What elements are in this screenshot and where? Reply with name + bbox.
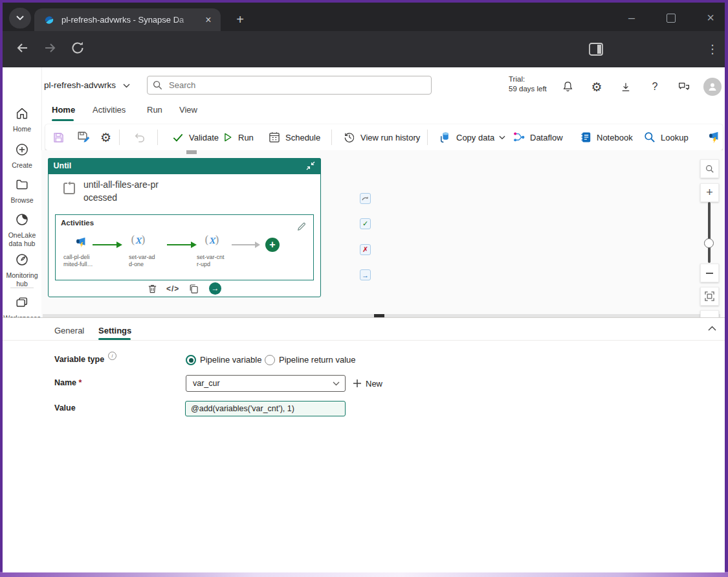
back-button[interactable]	[15, 40, 30, 56]
sidebar-item-home[interactable]: Home	[3, 106, 41, 133]
sidebar-item-create[interactable]: Create	[3, 142, 41, 170]
radio-pipeline-variable-label[interactable]: Pipeline variable	[200, 355, 261, 365]
tab-view[interactable]: View	[179, 105, 197, 115]
copy-data-button[interactable]: Copy data	[438, 124, 505, 150]
activity-node-set-var-cntr[interactable]: (x)	[204, 233, 219, 246]
ribbon-toolbar: ⚙ Validate Run	[45, 124, 723, 150]
fit-to-screen-button[interactable]	[700, 287, 719, 306]
pipeline-canvas[interactable]: Until until-all-files-are-pr ocessed Act…	[41, 150, 723, 317]
avatar[interactable]	[703, 78, 722, 96]
zoom-out-button[interactable]	[700, 264, 719, 282]
dataflow-button[interactable]: Dataflow	[513, 124, 563, 150]
add-activity-button[interactable]: +	[265, 238, 280, 252]
code-view-icon[interactable]: </>	[166, 284, 179, 293]
title-chevron-down-icon[interactable]	[123, 84, 130, 88]
new-variable-button[interactable]: New	[353, 375, 382, 392]
feedback-icon	[678, 81, 690, 93]
new-label: New	[366, 379, 382, 389]
tab-run[interactable]: Run	[147, 105, 162, 115]
value-label: Value	[54, 403, 76, 413]
run-button[interactable]: Run	[222, 124, 254, 150]
browser-menu-button[interactable]: ⋮	[705, 38, 720, 61]
chevron-down-icon	[16, 16, 24, 21]
radio-pipeline-variable[interactable]	[186, 355, 196, 365]
port-on-skip[interactable]	[360, 193, 371, 204]
port-on-complete[interactable]: →	[360, 269, 371, 280]
undo-button[interactable]	[133, 124, 146, 150]
side-panel-icon[interactable]	[588, 42, 604, 56]
workspaces-icon	[15, 295, 29, 310]
connector-arrow	[93, 244, 121, 245]
downloads-button[interactable]	[618, 79, 634, 95]
reload-button[interactable]	[70, 40, 85, 56]
invoke-pipeline-button[interactable]	[707, 124, 721, 150]
port-on-fail[interactable]: ✗	[360, 244, 371, 255]
search-input[interactable]	[168, 80, 426, 91]
panel-tabs-divider	[3, 340, 725, 341]
clone-icon[interactable]	[188, 283, 199, 295]
notifications-button[interactable]	[560, 79, 575, 95]
onelake-icon	[15, 212, 29, 227]
help-button[interactable]: ?	[647, 79, 663, 95]
zoom-slider-knob[interactable]	[704, 238, 714, 248]
schedule-button[interactable]: Schedule	[268, 124, 320, 150]
radio-pipeline-return-value[interactable]	[265, 355, 275, 365]
activity-node-set-var-add[interactable]: (x)	[131, 233, 146, 246]
save-as-icon	[76, 130, 91, 144]
chevron-down-icon	[333, 381, 340, 386]
until-header[interactable]: Until	[48, 158, 321, 174]
global-search[interactable]	[147, 76, 432, 95]
undo-icon	[133, 131, 146, 144]
sidebar-item-monitoring-hub[interactable]: Monitoring hub	[3, 253, 41, 288]
new-tab-button[interactable]: +	[230, 10, 250, 29]
plus-circle-icon	[15, 142, 29, 157]
tab-close-icon[interactable]: ×	[203, 14, 214, 26]
delete-icon[interactable]	[147, 283, 158, 295]
required-asterisk: *	[79, 378, 82, 387]
sidebar-item-browse[interactable]: Browse	[3, 177, 41, 205]
window-maximize-button[interactable]	[667, 14, 676, 23]
until-activities-container[interactable]: Activities call-pl-deli mited-full…	[55, 214, 314, 280]
feedback-button[interactable]	[676, 79, 692, 95]
window-minimize-button[interactable]: –	[623, 9, 641, 27]
sidebar-item-onelake-data-hub[interactable]: OneLake data hub	[3, 212, 41, 248]
canvas-search-button[interactable]	[700, 159, 719, 178]
edit-pencil-icon[interactable]	[296, 221, 307, 232]
monitoring-icon	[15, 253, 29, 267]
window-close-button[interactable]: ×	[701, 8, 720, 27]
lookup-button[interactable]: Lookup	[643, 124, 689, 150]
pipeline-settings-button[interactable]: ⚙	[100, 124, 111, 150]
tab-search-button[interactable]	[9, 8, 31, 28]
panel-collapse-chevron-up-icon[interactable]	[708, 326, 716, 331]
save-button[interactable]	[52, 124, 65, 150]
radio-pipeline-return-value-label[interactable]: Pipeline return value	[279, 355, 356, 365]
browser-window: pl-refresh-advwrks - Synapse Da × + – × …	[3, 3, 725, 572]
name-dropdown[interactable]: var_cur	[186, 375, 346, 392]
person-icon	[707, 82, 718, 92]
validate-check-icon	[171, 131, 184, 144]
settings-button[interactable]: ⚙	[589, 79, 604, 95]
activity-node-label: call-pl-deli mited-full…	[63, 254, 109, 268]
forward-button[interactable]	[42, 40, 58, 56]
validate-button[interactable]: Validate	[171, 124, 219, 150]
go-to-next-icon[interactable]: →	[209, 282, 221, 295]
save-as-button[interactable]	[76, 124, 91, 150]
view-run-history-button[interactable]: View run history	[343, 124, 420, 150]
pipeline-title[interactable]: pl-refresh-advwrks	[44, 80, 116, 90]
panel-tab-general[interactable]: General	[54, 326, 84, 335]
value-expression-input[interactable]	[185, 401, 346, 416]
tab-home[interactable]: Home	[52, 105, 75, 115]
info-icon[interactable]: i	[108, 352, 116, 360]
tab-activities[interactable]: Activities	[93, 105, 126, 115]
port-on-success[interactable]: ✓	[360, 218, 371, 229]
notebook-button[interactable]: Notebook	[580, 124, 633, 150]
activity-node-label: set-var-ad d-one	[129, 254, 174, 268]
until-activity[interactable]: Until until-all-files-are-pr ocessed Act…	[48, 158, 321, 297]
zoom-in-button[interactable]: +	[700, 183, 719, 202]
sidebar-divider	[10, 288, 34, 288]
collapse-icon[interactable]	[306, 161, 315, 170]
panel-tab-settings[interactable]: Settings	[98, 326, 131, 335]
plus-icon	[353, 379, 362, 388]
browser-tab[interactable]: pl-refresh-advwrks - Synapse Da ×	[34, 8, 221, 31]
zoom-slider-track[interactable]	[708, 202, 711, 263]
